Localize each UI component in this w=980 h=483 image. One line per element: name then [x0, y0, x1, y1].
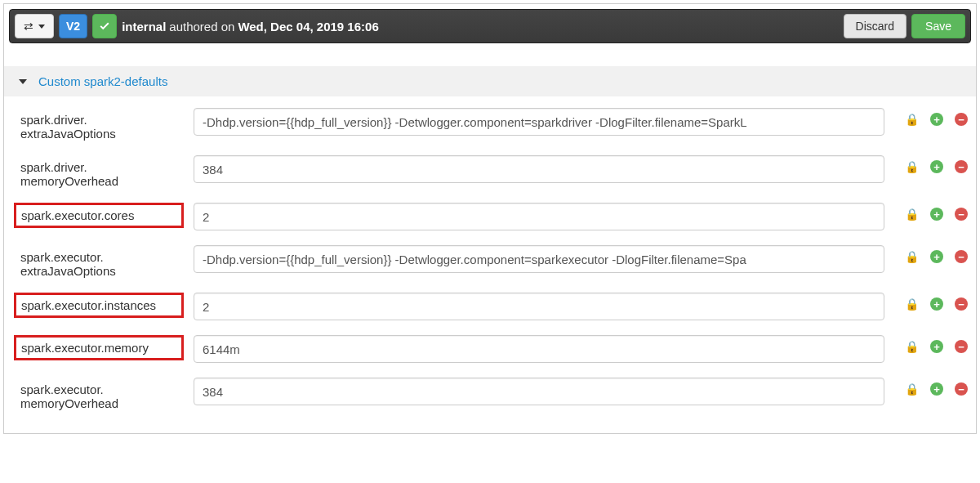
- lock-icon[interactable]: 🔒: [905, 208, 919, 221]
- row-actions: 🔒+−: [894, 245, 968, 263]
- save-button[interactable]: Save: [911, 14, 965, 38]
- config-version-bar: ⇄ V2 internal authored on Wed, Dec 04, 2…: [9, 9, 971, 43]
- property-label: spark.executor.memory: [14, 335, 184, 360]
- property-value-input[interactable]: [194, 335, 884, 363]
- remove-icon[interactable]: −: [955, 297, 968, 311]
- remove-icon[interactable]: −: [955, 208, 968, 221]
- lock-icon[interactable]: 🔒: [905, 340, 919, 353]
- remove-icon[interactable]: −: [955, 250, 968, 263]
- property-label: spark.executor. memoryOverhead: [20, 378, 184, 410]
- authored-date: Wed, Dec 04, 2019 16:06: [238, 20, 378, 34]
- lock-icon[interactable]: 🔒: [905, 297, 919, 311]
- author-name: internal: [122, 20, 166, 34]
- property-row: spark.executor.instances🔒+−: [20, 293, 968, 320]
- row-actions: 🔒+−: [894, 293, 968, 311]
- section-title: Custom spark2-defaults: [38, 74, 167, 88]
- version-meta: internal authored on Wed, Dec 04, 2019 1…: [122, 20, 379, 34]
- property-value-input[interactable]: [194, 378, 884, 405]
- lock-icon[interactable]: 🔒: [905, 113, 919, 126]
- lock-icon[interactable]: 🔒: [905, 160, 919, 173]
- property-value-input[interactable]: [194, 203, 884, 230]
- add-icon[interactable]: +: [930, 208, 943, 221]
- property-row: spark.driver. extraJavaOptions🔒+−: [20, 108, 968, 141]
- remove-icon[interactable]: −: [955, 340, 968, 353]
- property-row: spark.driver. memoryOverhead🔒+−: [20, 155, 968, 188]
- shuffle-icon: ⇄: [24, 20, 33, 33]
- property-label: spark.executor. extraJavaOptions: [20, 245, 184, 278]
- remove-icon[interactable]: −: [955, 113, 968, 126]
- property-value-input[interactable]: [194, 155, 884, 183]
- lock-icon[interactable]: 🔒: [905, 382, 919, 396]
- remove-icon[interactable]: −: [955, 160, 968, 173]
- property-row: spark.executor.memory🔒+−: [20, 335, 968, 363]
- row-actions: 🔒+−: [894, 108, 968, 126]
- current-version-check: [92, 14, 117, 38]
- version-badge: V2: [59, 14, 87, 38]
- property-value-input[interactable]: [194, 293, 884, 320]
- add-icon[interactable]: +: [930, 382, 943, 396]
- add-icon[interactable]: +: [930, 113, 943, 126]
- add-icon[interactable]: +: [930, 297, 943, 311]
- property-row: spark.executor. extraJavaOptions🔒+−: [20, 245, 968, 278]
- add-icon[interactable]: +: [930, 250, 943, 263]
- check-icon: [98, 20, 111, 33]
- caret-down-icon: [19, 79, 27, 84]
- discard-button[interactable]: Discard: [844, 14, 906, 38]
- property-label: spark.driver. memoryOverhead: [20, 155, 184, 188]
- lock-icon[interactable]: 🔒: [905, 250, 919, 263]
- add-icon[interactable]: +: [930, 160, 943, 173]
- remove-icon[interactable]: −: [955, 382, 968, 396]
- property-row: spark.executor.cores🔒+−: [20, 203, 968, 230]
- property-label: spark.driver. extraJavaOptions: [20, 108, 184, 141]
- add-icon[interactable]: +: [930, 340, 943, 353]
- section-header[interactable]: Custom spark2-defaults: [4, 66, 976, 96]
- property-value-input[interactable]: [194, 245, 884, 273]
- row-actions: 🔒+−: [894, 203, 968, 221]
- authored-word: authored on: [169, 20, 234, 34]
- property-label: spark.executor.cores: [14, 203, 184, 228]
- property-row: spark.executor. memoryOverhead🔒+−: [20, 378, 968, 410]
- properties-list: spark.driver. extraJavaOptions🔒+−spark.d…: [4, 96, 976, 433]
- compare-versions-button[interactable]: ⇄: [15, 14, 54, 38]
- property-label: spark.executor.instances: [14, 293, 184, 318]
- row-actions: 🔒+−: [894, 378, 968, 396]
- property-value-input[interactable]: [194, 108, 884, 136]
- caret-down-icon: [38, 25, 45, 29]
- row-actions: 🔒+−: [894, 155, 968, 173]
- row-actions: 🔒+−: [894, 335, 968, 353]
